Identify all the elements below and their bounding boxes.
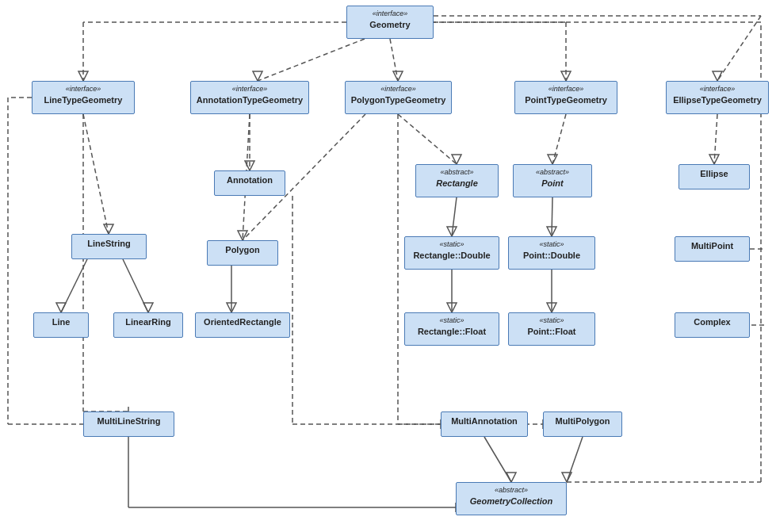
- stereotype-rectangleFloat: «static»: [410, 316, 494, 326]
- classname-pointFloat: Point::Float: [514, 326, 590, 337]
- box-rectangle: «abstract» Rectangle: [415, 164, 499, 197]
- svg-marker-34: [56, 303, 66, 312]
- box-rectangleFloat: «static» Rectangle::Float: [404, 312, 499, 346]
- svg-line-33: [61, 259, 87, 312]
- svg-line-25: [452, 197, 457, 236]
- classname-polygon: Polygon: [212, 244, 273, 255]
- svg-marker-14: [104, 224, 113, 234]
- box-line: Line: [33, 312, 89, 338]
- box-pointDouble: «static» Point::Double: [508, 236, 595, 270]
- classname-multiLineString: MultiLineString: [89, 415, 169, 427]
- stereotype-ellipseTypeGeometry: «interface»: [671, 85, 763, 94]
- stereotype-annotationTypeGeometry: «interface»: [196, 85, 304, 94]
- box-multiAnnotation: MultiAnnotation: [441, 411, 528, 437]
- classname-multiAnnotation: MultiAnnotation: [446, 415, 522, 427]
- box-ellipseTypeGeometry: «interface» EllipseTypeGeometry: [666, 81, 769, 114]
- svg-marker-24: [709, 155, 719, 164]
- classname-orientedRectangle: OrientedRectangle: [201, 316, 285, 327]
- svg-line-13: [83, 114, 109, 234]
- box-complex: Complex: [675, 312, 750, 338]
- box-lineTypeGeometry: «interface» LineTypeGeometry: [32, 81, 135, 114]
- box-ellipse: Ellipse: [679, 164, 750, 189]
- stereotype-lineTypeGeometry: «interface»: [37, 85, 129, 94]
- uml-diagram: «interface» Geometry «interface» LineTyp…: [0, 0, 776, 532]
- svg-marker-20: [452, 155, 461, 164]
- classname-complex: Complex: [680, 316, 744, 327]
- classname-rectangle: Rectangle: [421, 178, 493, 189]
- box-pointTypeGeometry: «interface» PointTypeGeometry: [514, 81, 617, 114]
- box-geometry: «interface» Geometry: [346, 6, 434, 39]
- stereotype-pointTypeGeometry: «interface»: [520, 85, 612, 94]
- classname-lineTypeGeometry: LineTypeGeometry: [37, 94, 129, 105]
- stereotype-rectangle: «abstract»: [421, 168, 493, 178]
- box-rectangleDouble: «static» Rectangle::Double: [404, 236, 499, 270]
- box-annotation: Annotation: [214, 170, 285, 196]
- svg-marker-28: [447, 303, 457, 312]
- svg-line-5: [390, 39, 398, 81]
- stereotype-polygonTypeGeometry: «interface»: [350, 85, 446, 94]
- classname-ellipseTypeGeometry: EllipseTypeGeometry: [671, 94, 763, 105]
- svg-marker-16: [245, 161, 254, 170]
- box-orientedRectangle: OrientedRectangle: [195, 312, 290, 338]
- svg-marker-38: [227, 303, 236, 312]
- stereotype-point: «abstract»: [518, 168, 587, 178]
- svg-marker-51: [562, 473, 571, 482]
- classname-line: Line: [39, 316, 83, 327]
- classname-pointDouble: Point::Double: [514, 250, 590, 261]
- svg-line-50: [567, 437, 583, 482]
- svg-marker-22: [548, 155, 557, 164]
- classname-multiPoint: MultiPoint: [680, 240, 744, 251]
- svg-line-3: [258, 39, 365, 81]
- svg-marker-18: [238, 231, 247, 240]
- classname-lineString: LineString: [77, 238, 141, 249]
- stereotype-geometryCollection: «abstract»: [461, 486, 561, 496]
- classname-linearRing: LinearRing: [119, 316, 178, 327]
- box-linearRing: LinearRing: [113, 312, 183, 338]
- classname-point: Point: [518, 178, 587, 189]
- svg-marker-6: [393, 71, 403, 81]
- box-annotationTypeGeometry: «interface» AnnotationTypeGeometry: [190, 81, 309, 114]
- classname-ellipse: Ellipse: [684, 168, 744, 179]
- stereotype-geometry: «interface»: [352, 10, 428, 19]
- classname-geometry: Geometry: [352, 19, 428, 30]
- stereotype-pointFloat: «static»: [514, 316, 590, 326]
- classname-geometryCollection: GeometryCollection: [461, 496, 561, 507]
- box-polygon: Polygon: [207, 240, 278, 266]
- svg-marker-36: [143, 303, 153, 312]
- svg-marker-49: [507, 473, 516, 482]
- svg-line-35: [123, 259, 148, 312]
- svg-marker-4: [253, 71, 262, 81]
- classname-multiPolygon: MultiPolygon: [549, 415, 617, 427]
- classname-annotation: Annotation: [220, 174, 280, 186]
- stereotype-rectangleDouble: «static»: [410, 240, 494, 250]
- box-multiPolygon: MultiPolygon: [543, 411, 622, 437]
- classname-polygonTypeGeometry: PolygonTypeGeometry: [350, 94, 446, 105]
- box-pointFloat: «static» Point::Float: [508, 312, 595, 346]
- svg-line-11: [717, 16, 761, 81]
- svg-marker-26: [447, 227, 457, 236]
- box-multiLineString: MultiLineString: [83, 411, 174, 437]
- svg-marker-12: [713, 71, 722, 81]
- svg-marker-2: [78, 71, 88, 81]
- classname-rectangleDouble: Rectangle::Double: [410, 250, 494, 261]
- stereotype-pointDouble: «static»: [514, 240, 590, 250]
- svg-line-48: [484, 437, 511, 482]
- svg-line-21: [552, 114, 566, 164]
- svg-line-29: [552, 197, 552, 236]
- box-point: «abstract» Point: [513, 164, 592, 197]
- box-geometryCollection: «abstract» GeometryCollection: [456, 482, 567, 515]
- connections-svg: [0, 0, 776, 532]
- svg-marker-9: [561, 71, 571, 81]
- svg-marker-30: [547, 227, 556, 236]
- svg-line-19: [398, 114, 457, 164]
- box-lineString: LineString: [71, 234, 147, 259]
- box-multiPoint: MultiPoint: [675, 236, 750, 262]
- box-polygonTypeGeometry: «interface» PolygonTypeGeometry: [345, 81, 452, 114]
- svg-marker-32: [547, 303, 556, 312]
- classname-pointTypeGeometry: PointTypeGeometry: [520, 94, 612, 105]
- classname-rectangleFloat: Rectangle::Float: [410, 326, 494, 337]
- svg-line-23: [714, 114, 717, 164]
- classname-annotationTypeGeometry: AnnotationTypeGeometry: [196, 94, 304, 105]
